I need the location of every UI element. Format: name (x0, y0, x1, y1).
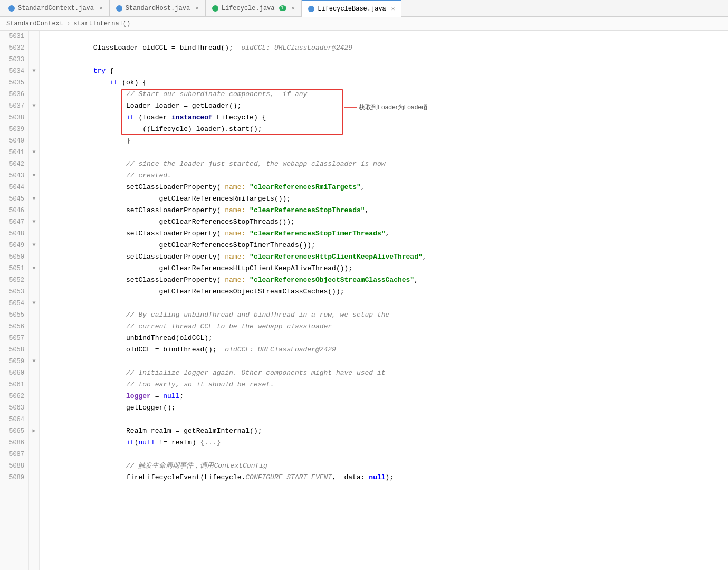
tab-icon-lifecycle (212, 5, 218, 12)
code-line-5063 (44, 402, 427, 414)
tab-badge-lifecycle: 1 (279, 5, 286, 11)
fold-5064 (29, 414, 39, 425)
fold-5059[interactable]: ▼ (29, 356, 39, 367)
line-num-5086: 5086 (4, 437, 24, 449)
fold-5065[interactable]: ▶ (29, 425, 39, 437)
line-num-5056: 5056 (4, 321, 24, 332)
fold-5058 (29, 344, 39, 356)
tab-lifecycle-base[interactable]: LifecycleBase.java ✕ (302, 0, 401, 17)
code-line-5059: // Initialize logger again. Other compon… (44, 356, 427, 367)
breadcrumb: StandardContext › startInternal() (0, 17, 728, 31)
line-num-5048: 5048 (4, 228, 24, 240)
fold-5057 (29, 332, 39, 344)
fold-5087 (29, 449, 39, 460)
tab-icon-lifecycle-base (308, 6, 314, 12)
inner-layout: 5031 5032 5033 5034 5035 5036 5037 5038 … (0, 31, 427, 570)
code-line-5061: logger = null; (44, 379, 427, 391)
tab-icon-standard-host (116, 5, 122, 12)
fold-5051[interactable]: ▼ (29, 263, 39, 274)
fold-5054[interactable]: ▼ (29, 298, 39, 309)
line-num-5047: 5047 (4, 216, 24, 228)
annotation-bubble: —— 获取到Loader为Loader配置Resource（就是当前Contex… (344, 103, 427, 112)
tab-icon-standard-context (8, 5, 15, 12)
code-line-5056: unbindThread(oldCCL); (44, 321, 427, 332)
tab-label-standard-context: StandardContext.java (18, 5, 94, 12)
line-num-5055: 5055 (4, 309, 24, 321)
line-num-5063: 5063 (4, 402, 24, 414)
line-num-5060: 5060 (4, 367, 24, 379)
line-num-5037: 5037 (4, 100, 24, 112)
code-line-5041: // since the loader just started, the we… (44, 147, 427, 158)
line-num-5064: 5064 (4, 414, 24, 425)
code-content: —— 获取到Loader为Loader配置Resource（就是当前Contex… (40, 31, 427, 570)
line-num-5033: 5033 (4, 54, 24, 65)
code-line-5048: getClearReferencesStopTimerThreads()); (44, 228, 427, 240)
code-line-5039: } (44, 124, 427, 135)
fold-5037[interactable]: ▼ (29, 100, 39, 112)
fold-5043[interactable]: ▼ (29, 170, 39, 182)
line-num-5087: 5087 (4, 449, 24, 460)
line-num-5061: 5061 (4, 379, 24, 391)
fold-gutter: ▼ ▼ ▼ ▼ ▼ ▼ ▼ ▼ ▼ ▼ (29, 31, 40, 570)
fold-5050 (29, 251, 39, 263)
line-num-5065: 5065 (4, 425, 24, 437)
fold-5046 (29, 205, 39, 216)
fold-5031 (29, 31, 39, 42)
line-num-5042: 5042 (4, 158, 24, 170)
code-line-5054: // By calling unbindThread and bindThrea… (44, 298, 427, 309)
code-line-5044: getClearReferencesRmiTargets()); (44, 182, 427, 193)
line-num-5054: 5054 (4, 298, 24, 309)
tab-standard-context[interactable]: StandardContext.java ✕ (2, 0, 110, 17)
fold-5053 (29, 286, 39, 298)
line-num-5044: 5044 (4, 182, 24, 193)
line-num-5043: 5043 (4, 170, 24, 182)
fold-5036 (29, 89, 39, 100)
code-line-5050: getClearReferencesHttpClientKeepAliveThr… (44, 251, 427, 263)
code-line-5043: setClassLoaderProperty( name: "clearRefe… (44, 170, 427, 182)
fold-5049[interactable]: ▼ (29, 240, 39, 251)
fold-5063 (29, 402, 39, 414)
code-line-5040 (44, 135, 427, 147)
tab-close-standard-context[interactable]: ✕ (99, 5, 103, 12)
tab-close-lifecycle-base[interactable]: ✕ (391, 5, 395, 12)
code-line-5045: setClassLoaderProperty( name: "clearRefe… (44, 193, 427, 205)
tab-label-lifecycle: Lifecycle.java (222, 5, 275, 12)
tab-lifecycle[interactable]: Lifecycle.java 1 ✕ (206, 0, 302, 17)
fold-5088 (29, 460, 39, 472)
tab-close-lifecycle[interactable]: ✕ (292, 5, 295, 12)
code-line-5062: getLogger(); (44, 391, 427, 402)
fold-5032 (29, 42, 39, 54)
fold-5062 (29, 391, 39, 402)
code-line-5036: Loader loader = getLoader(); (44, 89, 427, 100)
code-area: 5031 5032 5033 5034 5035 5036 5037 5038 … (0, 31, 728, 570)
code-line-5034: if (ok) { (44, 65, 427, 77)
fold-5086 (29, 437, 39, 449)
code-line-5031: ClassLoader oldCCL = bindThread(); oldCC… (44, 31, 427, 42)
tab-standard-host[interactable]: StandardHost.java ✕ (110, 0, 206, 17)
fold-5060 (29, 367, 39, 379)
breadcrumb-separator: › (66, 20, 70, 27)
code-line-5057: oldCCL = bindThread(); oldCCL: URLClassL… (44, 332, 427, 344)
fold-5047[interactable]: ▼ (29, 216, 39, 228)
fold-5055 (29, 309, 39, 321)
fold-5045[interactable]: ▼ (29, 193, 39, 205)
line-num-5045: 5045 (4, 193, 24, 205)
line-num-5089: 5089 (4, 472, 24, 483)
line-num-5039: 5039 (4, 124, 24, 135)
fold-5034[interactable]: ▼ (29, 65, 39, 77)
code-line-5053 (44, 286, 427, 298)
line-num-5038: 5038 (4, 112, 24, 124)
code-line-5042: // created. (44, 158, 427, 170)
fold-5041[interactable]: ▼ (29, 147, 39, 158)
code-line-5086 (44, 437, 427, 449)
breadcrumb-class: StandardContext (6, 20, 63, 27)
tab-close-standard-host[interactable]: ✕ (195, 5, 199, 12)
fold-5033 (29, 54, 39, 65)
code-line-5060: // too early, so it should be reset. (44, 367, 427, 379)
code-line-5046: getClearReferencesStopThreads()); (44, 205, 427, 216)
fold-5044 (29, 182, 39, 193)
code-line-5055: // current Thread CCL to be the webapp c… (44, 309, 427, 321)
breadcrumb-method: startInternal() (73, 20, 130, 27)
line-num-5041: 5041 (4, 147, 24, 158)
fold-5048 (29, 228, 39, 240)
